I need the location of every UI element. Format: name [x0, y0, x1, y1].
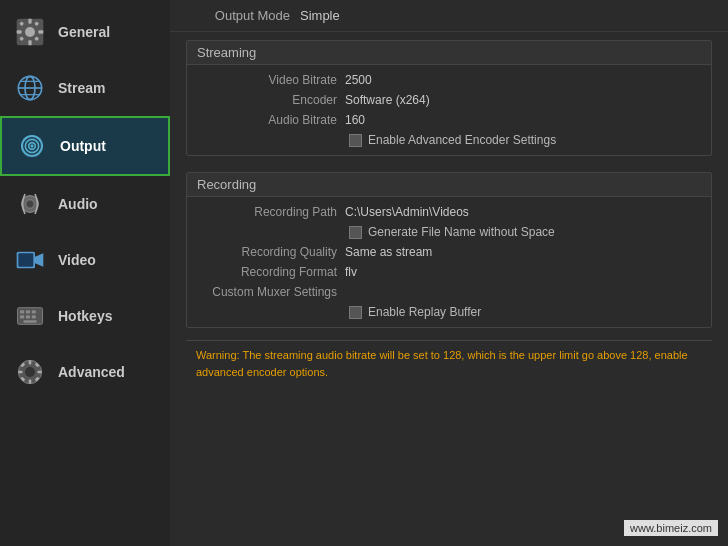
- recording-section-body: Recording Path C:\Users\Admin\Videos Gen…: [187, 197, 711, 327]
- sidebar-item-stream[interactable]: Stream: [0, 60, 170, 116]
- sidebar-item-output[interactable]: Output: [0, 116, 170, 176]
- recording-path-row: Recording Path C:\Users\Admin\Videos: [197, 205, 701, 219]
- sidebar-item-hotkeys[interactable]: Hotkeys: [0, 288, 170, 344]
- svg-rect-30: [32, 315, 36, 318]
- svg-rect-5: [38, 30, 43, 33]
- output-mode-row: Output Mode Simple: [170, 0, 728, 32]
- encoder-value: Software (x264): [345, 93, 430, 107]
- warning-bar: Warning: The streaming audio bitrate wil…: [186, 340, 712, 386]
- svg-rect-27: [32, 310, 36, 313]
- svg-rect-37: [38, 371, 42, 374]
- svg-rect-29: [26, 315, 30, 318]
- generate-filename-label: Generate File Name without Space: [368, 225, 555, 239]
- svg-rect-23: [18, 253, 33, 266]
- advanced-icon: [12, 354, 48, 390]
- advanced-encoder-checkbox-row[interactable]: Enable Advanced Encoder Settings: [197, 133, 701, 147]
- video-icon: [12, 242, 48, 278]
- svg-point-18: [30, 144, 33, 147]
- svg-rect-3: [28, 40, 31, 45]
- svg-rect-4: [17, 30, 22, 33]
- svg-rect-26: [26, 310, 30, 313]
- warning-text: Warning: The streaming audio bitrate wil…: [196, 349, 688, 378]
- generate-filename-checkbox[interactable]: [349, 226, 362, 239]
- watermark: www.bimeiz.com: [624, 520, 718, 536]
- svg-rect-25: [20, 310, 24, 313]
- audio-bitrate-row: Audio Bitrate 160: [197, 113, 701, 127]
- streaming-section-body: Video Bitrate 2500 Encoder Software (x26…: [187, 65, 711, 155]
- streaming-section: Streaming Video Bitrate 2500 Encoder Sof…: [186, 40, 712, 156]
- recording-quality-row: Recording Quality Same as stream: [197, 245, 701, 259]
- sidebar-label-general: General: [58, 24, 110, 40]
- video-bitrate-value: 2500: [345, 73, 372, 87]
- sidebar-label-video: Video: [58, 252, 96, 268]
- recording-path-value: C:\Users\Admin\Videos: [345, 205, 469, 219]
- sidebar-label-audio: Audio: [58, 196, 98, 212]
- sidebar: General Stream Output: [0, 0, 170, 546]
- recording-path-label: Recording Path: [197, 205, 337, 219]
- recording-section-title: Recording: [187, 173, 711, 197]
- audio-icon: [12, 186, 48, 222]
- generate-filename-checkbox-row[interactable]: Generate File Name without Space: [197, 225, 701, 239]
- output-icon: [14, 128, 50, 164]
- encoder-row: Encoder Software (x264): [197, 93, 701, 107]
- audio-bitrate-label: Audio Bitrate: [197, 113, 337, 127]
- replay-buffer-label: Enable Replay Buffer: [368, 305, 481, 319]
- hotkeys-icon: [12, 298, 48, 334]
- recording-format-label: Recording Format: [197, 265, 337, 279]
- svg-rect-36: [18, 371, 22, 374]
- advanced-encoder-checkbox[interactable]: [349, 134, 362, 147]
- video-bitrate-label: Video Bitrate: [197, 73, 337, 87]
- recording-quality-label: Recording Quality: [197, 245, 337, 259]
- custom-muxer-label: Custom Muxer Settings: [197, 285, 337, 299]
- recording-quality-value: Same as stream: [345, 245, 432, 259]
- watermark-text: www.bimeiz.com: [630, 522, 712, 534]
- sidebar-item-video[interactable]: Video: [0, 232, 170, 288]
- svg-marker-22: [35, 253, 43, 266]
- sidebar-item-audio[interactable]: Audio: [0, 176, 170, 232]
- svg-rect-28: [20, 315, 24, 318]
- replay-buffer-checkbox[interactable]: [349, 306, 362, 319]
- recording-section: Recording Recording Path C:\Users\Admin\…: [186, 172, 712, 328]
- svg-rect-35: [29, 380, 32, 384]
- gear-icon: [12, 14, 48, 50]
- svg-rect-34: [29, 360, 32, 364]
- sidebar-item-general[interactable]: General: [0, 4, 170, 60]
- custom-muxer-row: Custom Muxer Settings: [197, 285, 701, 299]
- recording-format-row: Recording Format flv: [197, 265, 701, 279]
- svg-rect-2: [28, 19, 31, 24]
- streaming-section-title: Streaming: [187, 41, 711, 65]
- output-mode-value: Simple: [300, 8, 340, 23]
- recording-format-value: flv: [345, 265, 357, 279]
- globe-icon: [12, 70, 48, 106]
- svg-rect-31: [23, 320, 36, 323]
- svg-point-33: [25, 367, 35, 377]
- sidebar-label-stream: Stream: [58, 80, 105, 96]
- sidebar-label-advanced: Advanced: [58, 364, 125, 380]
- audio-bitrate-value: 160: [345, 113, 365, 127]
- svg-point-20: [26, 200, 34, 208]
- main-content: Output Mode Simple Streaming Video Bitra…: [170, 0, 728, 546]
- sidebar-item-advanced[interactable]: Advanced: [0, 344, 170, 400]
- sidebar-label-hotkeys: Hotkeys: [58, 308, 112, 324]
- svg-point-1: [25, 27, 35, 37]
- encoder-label: Encoder: [197, 93, 337, 107]
- advanced-encoder-label: Enable Advanced Encoder Settings: [368, 133, 556, 147]
- video-bitrate-row: Video Bitrate 2500: [197, 73, 701, 87]
- replay-buffer-checkbox-row[interactable]: Enable Replay Buffer: [197, 305, 701, 319]
- output-mode-label: Output Mode: [190, 8, 290, 23]
- sidebar-label-output: Output: [60, 138, 106, 154]
